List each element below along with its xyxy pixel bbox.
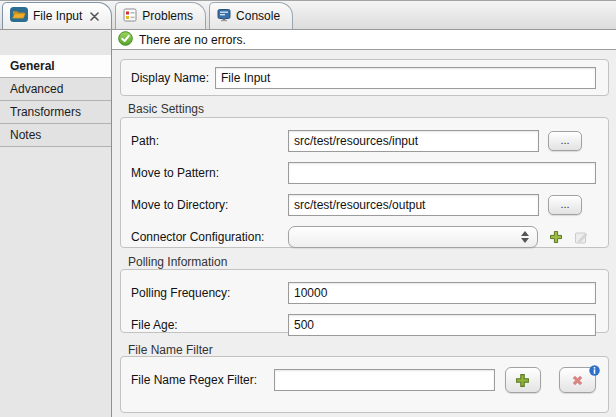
group-display-name: Display Name: [120,59,609,96]
group-basic-settings: Path: ... Move to Pattern: Move to Direc… [120,117,609,248]
display-name-label: Display Name: [131,71,215,85]
move-to-directory-browse-button[interactable]: ... [548,195,582,215]
tab-file-input[interactable]: File Input [2,2,112,29]
tab-label: Console [236,9,280,23]
tab-label: Problems [142,9,193,23]
sidebar-spacer [0,30,111,55]
sidebar-item-advanced[interactable]: Advanced [0,78,111,101]
file-age-input[interactable] [288,314,596,336]
properties-panel: Display Name: Basic Settings Path: ... M… [112,50,616,417]
move-to-pattern-input[interactable] [288,162,596,184]
check-circle-icon [118,31,133,49]
tab-label: File Input [33,9,82,23]
validation-status-bar: There are no errors. [112,30,616,50]
group-file-name-filter: File Name Regex Filter: [120,356,609,413]
path-label: Path: [131,134,288,148]
move-to-pattern-label: Move to Pattern: [131,166,288,180]
add-connector-config-button[interactable] [549,230,563,244]
console-icon [217,8,231,25]
file-age-label: File Age: [131,318,288,332]
move-to-directory-label: Move to Directory: [131,198,288,212]
connector-configuration-label: Connector Configuration: [131,230,288,244]
info-icon[interactable] [589,365,600,379]
editor-tab-bar: File Input Problems [0,0,616,30]
polling-frequency-input[interactable] [288,282,596,304]
connector-configuration-select[interactable] [288,226,538,248]
path-input[interactable] [288,130,539,152]
display-name-input[interactable] [215,67,596,89]
move-to-directory-input[interactable] [288,194,539,216]
close-icon[interactable] [90,12,99,21]
group-title-file-name-filter: File Name Filter [128,343,213,357]
group-polling-information: Polling Frequency: File Age: [120,269,609,333]
tab-problems[interactable]: Problems [115,2,206,29]
status-message: There are no errors. [139,33,246,47]
problems-icon [123,8,137,25]
polling-frequency-label: Polling Frequency: [131,286,288,300]
section-sidebar: General Advanced Transformers Notes [0,30,112,417]
file-name-regex-filter-input[interactable] [274,369,495,391]
chevron-up-down-icon [521,231,529,243]
sidebar-item-transformers[interactable]: Transformers [0,101,111,124]
edit-connector-config-icon [574,230,589,245]
file-name-regex-filter-label: File Name Regex Filter: [131,373,274,387]
group-title-basic-settings: Basic Settings [128,102,204,116]
path-browse-button[interactable]: ... [548,131,582,151]
add-filter-button[interactable] [505,367,542,393]
folder-icon [10,7,28,25]
tab-console[interactable]: Console [209,2,293,29]
group-title-polling-information: Polling Information [128,255,227,269]
sidebar-item-general[interactable]: General [0,55,111,78]
sidebar-item-notes[interactable]: Notes [0,124,111,147]
